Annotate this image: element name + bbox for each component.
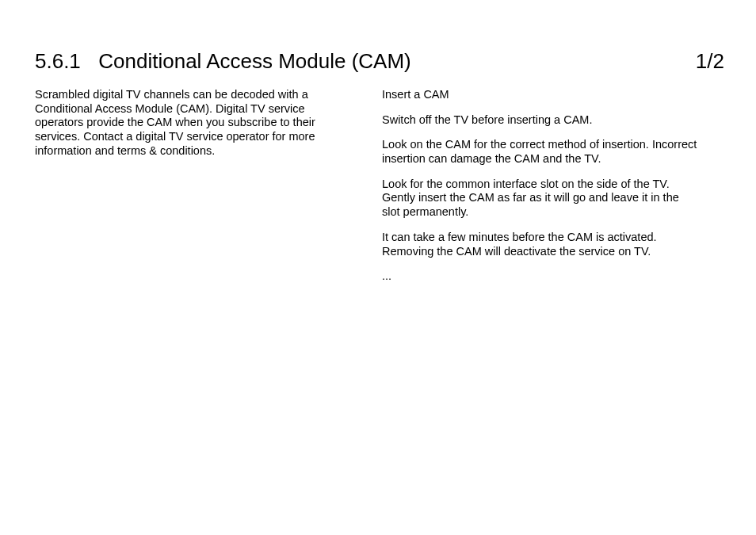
body-paragraph: Insert a CAM <box>382 88 699 102</box>
body-paragraph: Look on the CAM for the correct method o… <box>382 138 699 166</box>
page-header: 5.6.1 Conditional Access Module (CAM) 1/… <box>35 49 724 74</box>
body-paragraph: It can take a few minutes before the CAM… <box>382 231 699 258</box>
body-paragraph: Scrambled digital TV channels can be dec… <box>35 88 352 158</box>
right-column: Insert a CAM Switch off the TV before in… <box>382 88 699 295</box>
section-title: Conditional Access Module (CAM) <box>98 49 411 73</box>
body-paragraph: Look for the common interface slot on th… <box>382 178 699 220</box>
continuation-ellipsis: ... <box>382 269 699 284</box>
page-indicator: 1/2 <box>696 49 724 74</box>
content-columns: Scrambled digital TV channels can be dec… <box>35 88 724 295</box>
body-paragraph: Switch off the TV before inserting a CAM… <box>382 113 699 128</box>
left-column: Scrambled digital TV channels can be dec… <box>35 88 352 295</box>
heading-group: 5.6.1 Conditional Access Module (CAM) <box>35 49 411 74</box>
document-page: 5.6.1 Conditional Access Module (CAM) 1/… <box>0 0 756 327</box>
section-number: 5.6.1 <box>35 49 81 73</box>
